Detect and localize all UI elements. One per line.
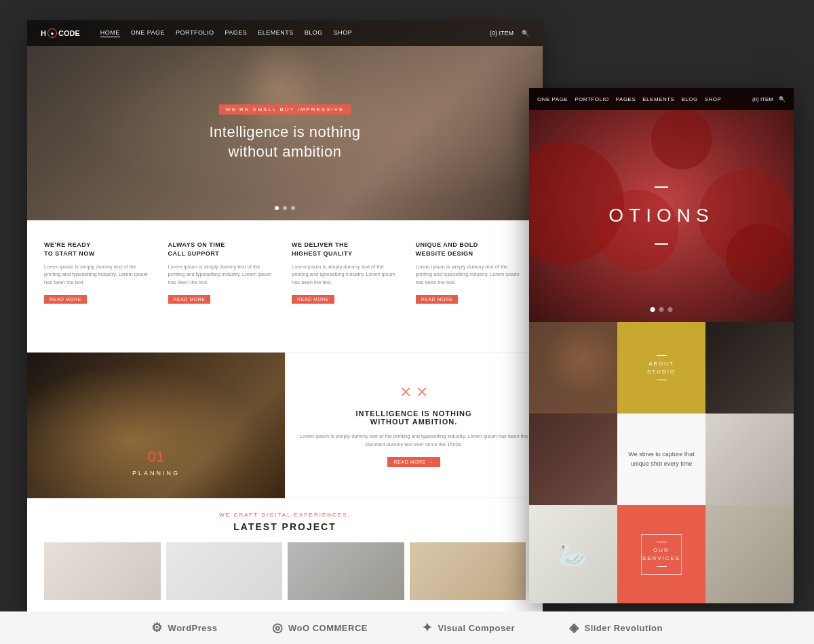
right-mockup: ONE PAGE PORTFOLIO PAGES ELEMENTS BLOG S… [529, 88, 794, 603]
right-hero-dash-top [655, 186, 668, 188]
latest-item-1 [44, 542, 161, 600]
feature-2: ALWAYS ON TIMECALL SUPPORT Lorem ipsum i… [168, 241, 279, 304]
nav-elements[interactable]: ELEMENTS [258, 29, 294, 37]
visualcomposer-logo: ✦ Visual Composer [422, 620, 515, 635]
feature-1-btn[interactable]: READ MORE [44, 295, 87, 304]
grid-cell-photo4 [705, 414, 794, 505]
cross-icon: ✕ ✕ [400, 384, 428, 401]
nav-cart[interactable]: (0) ITEM 🔍 [490, 30, 529, 37]
nav-portfolio[interactable]: PORTFOLIO [176, 29, 214, 37]
latest-title: LATEST PROJECT [44, 521, 526, 532]
photo2-overlay [705, 322, 794, 414]
feature-4: UNIQUE AND BOLDWEBSITE DESIGN Lorem ipsu… [416, 241, 526, 304]
sliderrevolution-label: Slider Revolution [584, 623, 662, 633]
hero-content: WE'RE SMALL BUT IMPRESSIVE Intelligence … [27, 102, 543, 161]
portfolio-card: ✕ ✕ INTELLIGENCE IS NOTHINGWITHOUT AMBIT… [285, 353, 543, 498]
left-nav: H ● CODE HOME ONE PAGE PORTFOLIO PAGES E… [27, 20, 543, 46]
photo3-overlay [529, 414, 617, 505]
right-nav-cart: (0) ITEM 🔍 [752, 96, 786, 102]
right-hero-dots [651, 307, 673, 312]
right-nav-blog[interactable]: BLOG [681, 96, 697, 102]
nav-blog[interactable]: BLOG [305, 29, 323, 37]
nav-onepage[interactable]: ONE PAGE [131, 29, 165, 37]
sliderrevolution-icon: ◈ [569, 620, 579, 635]
hero-dot-1[interactable] [275, 206, 279, 210]
right-nav-shop[interactable]: SHOP [705, 96, 722, 102]
hero-title: Intelligence is nothing without ambition [27, 123, 543, 161]
logo-dot: ● [47, 28, 57, 38]
feature-1: WE'RE READYTO START NOW Lorem ipsum is s… [44, 241, 155, 304]
right-hero-content: OTIONS [529, 186, 794, 245]
portfolio-label: PLANNING [132, 470, 180, 477]
bottom-bar: ⚙ WordPress ◎ WoO COMMERCE ✦ Visual Comp… [0, 611, 814, 644]
visualcomposer-icon: ✦ [422, 620, 433, 635]
grid-cell-photo3 [529, 414, 617, 505]
feature-3-title: WE DELIVER THEHIGHEST QUALITY [292, 241, 402, 258]
grid-cell-white-text: We strive to capture that unique shot ev… [617, 414, 705, 505]
wordpress-label: WordPress [168, 623, 218, 633]
grid-cell-photo2 [705, 322, 794, 414]
right-search-icon[interactable]: 🔍 [779, 96, 786, 102]
grid-cell-bird: 🦢 [529, 505, 617, 603]
portfolio-card-btn[interactable]: READ MORE → [387, 457, 440, 467]
left-nav-links[interactable]: HOME ONE PAGE PORTFOLIO PAGES ELEMENTS B… [100, 29, 353, 37]
nav-shop[interactable]: SHOP [334, 29, 353, 37]
feature-1-text: Lorem ipsum is simply dummy text of the … [44, 263, 155, 286]
services-dash-top [657, 542, 667, 542]
wordpress-logo: ⚙ WordPress [151, 620, 217, 635]
right-nav-elements[interactable]: ELEMENTS [642, 96, 674, 102]
nav-pages[interactable]: PAGES [225, 29, 247, 37]
about-dash-bottom [657, 380, 667, 380]
right-nav: ONE PAGE PORTFOLIO PAGES ELEMENTS BLOG S… [529, 88, 794, 110]
grid-cell-services: OURSERVICES [617, 505, 705, 603]
feature-2-title: ALWAYS ON TIMECALL SUPPORT [168, 241, 279, 258]
feature-4-btn[interactable]: READ MORE [416, 295, 459, 304]
portfolio-card-title: INTELLIGENCE IS NOTHINGWITHOUT AMBITION. [356, 409, 472, 426]
hero-dots [275, 206, 295, 210]
right-hero-title: OTIONS [529, 205, 794, 226]
left-portfolio: 01 PLANNING ✕ ✕ INTELLIGENCE IS NOTHINGW… [27, 353, 543, 498]
right-nav-pages[interactable]: PAGES [616, 96, 636, 102]
hero-dot-2[interactable] [283, 206, 287, 210]
grid-cell-photo1 [529, 322, 617, 414]
woocommerce-label: WoO COMMERCE [288, 623, 368, 633]
right-photo-grid: ABOUTSTUDIO We strive to capture that un… [529, 322, 794, 505]
nav-home[interactable]: HOME [100, 29, 120, 37]
arrow-icon: → [429, 460, 434, 464]
grid-cell-bottom-photo [705, 505, 794, 603]
bubble-3 [651, 108, 712, 169]
feature-2-btn[interactable]: READ MORE [168, 295, 211, 304]
right-nav-onepage[interactable]: ONE PAGE [537, 96, 568, 102]
feature-3-text: Lorem ipsum is simply dummy text of the … [292, 263, 402, 286]
feature-4-title: UNIQUE AND BOLDWEBSITE DESIGN [416, 241, 526, 258]
feature-2-text: Lorem ipsum is simply dummy text of the … [168, 263, 279, 286]
latest-item-3 [288, 542, 404, 600]
services-dash-bottom [657, 566, 667, 567]
right-nav-links[interactable]: ONE PAGE PORTFOLIO PAGES ELEMENTS BLOG S… [537, 96, 721, 102]
right-nav-portfolio[interactable]: PORTFOLIO [575, 96, 609, 102]
right-hero-dot-3[interactable] [668, 307, 673, 312]
main-wrapper: H ● CODE HOME ONE PAGE PORTFOLIO PAGES E… [0, 0, 814, 644]
photo4-overlay [705, 414, 794, 505]
feature-3: WE DELIVER THEHIGHEST QUALITY Lorem ipsu… [292, 241, 402, 304]
left-mockup: H ● CODE HOME ONE PAGE PORTFOLIO PAGES E… [27, 20, 543, 617]
portfolio-num: 01 [132, 448, 180, 466]
wordpress-icon: ⚙ [151, 620, 163, 635]
services-title: OURSERVICES [642, 546, 680, 561]
feature-1-title: WE'RE READYTO START NOW [44, 241, 155, 258]
right-hero: OTIONS [529, 88, 794, 322]
latest-grid [44, 542, 526, 600]
visualcomposer-label: Visual Composer [438, 623, 515, 633]
about-dash-top [657, 355, 667, 356]
sliderrevolution-logo: ◈ Slider Revolution [569, 620, 663, 635]
portfolio-card-text: Lorem ipsum is simply dummy text of the … [299, 432, 528, 449]
right-photo-grid-2: 🦢 OURSERVICES [529, 505, 794, 603]
latest-item-2 [166, 542, 283, 600]
search-icon[interactable]: 🔍 [522, 30, 529, 37]
hero-dot-3[interactable] [291, 206, 295, 210]
about-title: ABOUTSTUDIO [647, 360, 676, 375]
woocommerce-icon: ◎ [272, 620, 284, 635]
right-hero-dot-1[interactable] [651, 307, 655, 312]
feature-3-btn[interactable]: READ MORE [292, 295, 334, 304]
right-hero-dot-2[interactable] [659, 307, 664, 312]
